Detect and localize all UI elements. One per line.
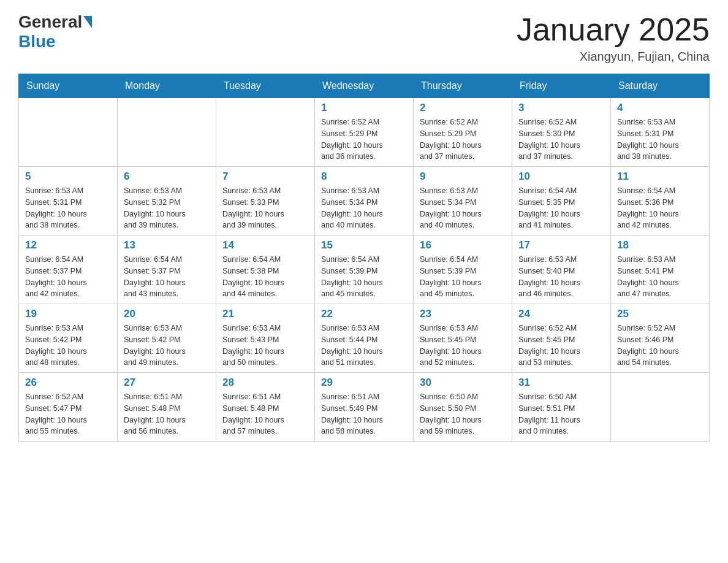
calendar-header-saturday: Saturday xyxy=(611,74,710,98)
calendar-week-1: 1Sunrise: 6:52 AM Sunset: 5:29 PM Daylig… xyxy=(19,98,710,167)
day-info: Sunrise: 6:53 AM Sunset: 5:34 PM Dayligh… xyxy=(321,185,407,231)
calendar-table: SundayMondayTuesdayWednesdayThursdayFrid… xyxy=(18,74,710,442)
day-number: 21 xyxy=(222,308,308,320)
day-number: 4 xyxy=(617,102,703,114)
day-info: Sunrise: 6:54 AM Sunset: 5:37 PM Dayligh… xyxy=(124,254,210,300)
calendar-cell: 16Sunrise: 6:54 AM Sunset: 5:39 PM Dayli… xyxy=(414,236,512,304)
day-info: Sunrise: 6:50 AM Sunset: 5:51 PM Dayligh… xyxy=(518,391,604,437)
day-number: 22 xyxy=(321,308,407,320)
calendar-header-friday: Friday xyxy=(512,74,611,98)
day-number: 24 xyxy=(518,308,604,320)
day-info: Sunrise: 6:52 AM Sunset: 5:45 PM Dayligh… xyxy=(518,323,604,369)
day-number: 11 xyxy=(617,170,703,183)
calendar-cell: 18Sunrise: 6:53 AM Sunset: 5:41 PM Dayli… xyxy=(611,236,710,304)
day-number: 20 xyxy=(124,308,210,320)
calendar-cell: 31Sunrise: 6:50 AM Sunset: 5:51 PM Dayli… xyxy=(512,373,611,442)
title-block: January 2025 Xiangyun, Fujian, China xyxy=(517,12,710,64)
day-info: Sunrise: 6:53 AM Sunset: 5:42 PM Dayligh… xyxy=(25,323,111,369)
day-number: 28 xyxy=(222,377,308,389)
calendar-cell: 10Sunrise: 6:54 AM Sunset: 5:35 PM Dayli… xyxy=(512,167,611,236)
day-info: Sunrise: 6:51 AM Sunset: 5:48 PM Dayligh… xyxy=(222,391,308,437)
calendar-cell: 7Sunrise: 6:53 AM Sunset: 5:33 PM Daylig… xyxy=(216,167,315,236)
day-info: Sunrise: 6:53 AM Sunset: 5:31 PM Dayligh… xyxy=(617,117,703,163)
day-info: Sunrise: 6:52 AM Sunset: 5:47 PM Dayligh… xyxy=(25,391,111,437)
day-info: Sunrise: 6:53 AM Sunset: 5:32 PM Dayligh… xyxy=(124,185,210,231)
calendar-cell: 15Sunrise: 6:54 AM Sunset: 5:39 PM Dayli… xyxy=(315,236,414,304)
day-number: 19 xyxy=(25,308,111,320)
day-number: 17 xyxy=(518,239,604,251)
calendar-cell: 13Sunrise: 6:54 AM Sunset: 5:37 PM Dayli… xyxy=(118,236,216,304)
day-number: 5 xyxy=(25,170,111,183)
day-info: Sunrise: 6:54 AM Sunset: 5:36 PM Dayligh… xyxy=(617,185,703,231)
day-info: Sunrise: 6:51 AM Sunset: 5:48 PM Dayligh… xyxy=(124,391,210,437)
day-info: Sunrise: 6:52 AM Sunset: 5:30 PM Dayligh… xyxy=(518,117,604,163)
location: Xiangyun, Fujian, China xyxy=(517,50,710,64)
calendar-cell: 27Sunrise: 6:51 AM Sunset: 5:48 PM Dayli… xyxy=(118,373,216,442)
day-number: 16 xyxy=(420,239,506,251)
calendar-cell: 3Sunrise: 6:52 AM Sunset: 5:30 PM Daylig… xyxy=(512,98,611,167)
day-info: Sunrise: 6:53 AM Sunset: 5:44 PM Dayligh… xyxy=(321,323,407,369)
calendar-cell: 22Sunrise: 6:53 AM Sunset: 5:44 PM Dayli… xyxy=(315,304,414,373)
day-info: Sunrise: 6:53 AM Sunset: 5:33 PM Dayligh… xyxy=(222,185,308,231)
day-info: Sunrise: 6:52 AM Sunset: 5:29 PM Dayligh… xyxy=(321,117,407,163)
day-info: Sunrise: 6:53 AM Sunset: 5:43 PM Dayligh… xyxy=(222,323,308,369)
day-number: 1 xyxy=(321,102,407,114)
day-number: 29 xyxy=(321,377,407,389)
day-info: Sunrise: 6:53 AM Sunset: 5:40 PM Dayligh… xyxy=(518,254,604,300)
logo-blue-text: Blue xyxy=(18,32,56,52)
calendar-cell: 8Sunrise: 6:53 AM Sunset: 5:34 PM Daylig… xyxy=(315,167,414,236)
day-number: 18 xyxy=(617,239,703,251)
calendar-cell: 19Sunrise: 6:53 AM Sunset: 5:42 PM Dayli… xyxy=(19,304,118,373)
day-info: Sunrise: 6:53 AM Sunset: 5:42 PM Dayligh… xyxy=(124,323,210,369)
logo: General Blue xyxy=(18,12,93,52)
calendar-cell: 5Sunrise: 6:53 AM Sunset: 5:31 PM Daylig… xyxy=(19,167,118,236)
day-number: 3 xyxy=(518,102,604,114)
day-number: 10 xyxy=(518,170,604,183)
day-number: 23 xyxy=(420,308,506,320)
day-number: 7 xyxy=(222,170,308,183)
calendar-header-monday: Monday xyxy=(118,74,216,98)
day-info: Sunrise: 6:54 AM Sunset: 5:39 PM Dayligh… xyxy=(420,254,506,300)
calendar-cell: 21Sunrise: 6:53 AM Sunset: 5:43 PM Dayli… xyxy=(216,304,315,373)
day-number: 2 xyxy=(420,102,506,114)
day-info: Sunrise: 6:54 AM Sunset: 5:37 PM Dayligh… xyxy=(25,254,111,300)
day-number: 15 xyxy=(321,239,407,251)
logo-general-text: General xyxy=(18,12,82,32)
calendar-cell: 29Sunrise: 6:51 AM Sunset: 5:49 PM Dayli… xyxy=(315,373,414,442)
day-info: Sunrise: 6:54 AM Sunset: 5:35 PM Dayligh… xyxy=(518,185,604,231)
calendar-cell: 17Sunrise: 6:53 AM Sunset: 5:40 PM Dayli… xyxy=(512,236,611,304)
calendar-cell: 11Sunrise: 6:54 AM Sunset: 5:36 PM Dayli… xyxy=(611,167,710,236)
day-number: 14 xyxy=(222,239,308,251)
day-number: 6 xyxy=(124,170,210,183)
day-info: Sunrise: 6:52 AM Sunset: 5:29 PM Dayligh… xyxy=(420,117,506,163)
calendar-cell xyxy=(611,373,710,442)
calendar-cell xyxy=(118,98,216,167)
calendar-cell: 6Sunrise: 6:53 AM Sunset: 5:32 PM Daylig… xyxy=(118,167,216,236)
day-number: 9 xyxy=(420,170,506,183)
calendar-cell: 14Sunrise: 6:54 AM Sunset: 5:38 PM Dayli… xyxy=(216,236,315,304)
calendar-header-thursday: Thursday xyxy=(414,74,512,98)
day-info: Sunrise: 6:53 AM Sunset: 5:34 PM Dayligh… xyxy=(420,185,506,231)
calendar-cell: 25Sunrise: 6:52 AM Sunset: 5:46 PM Dayli… xyxy=(611,304,710,373)
day-number: 12 xyxy=(25,239,111,251)
calendar-header-row: SundayMondayTuesdayWednesdayThursdayFrid… xyxy=(19,74,710,98)
day-info: Sunrise: 6:53 AM Sunset: 5:31 PM Dayligh… xyxy=(25,185,111,231)
logo-triangle-icon xyxy=(83,16,92,28)
calendar-header-tuesday: Tuesday xyxy=(216,74,315,98)
day-number: 31 xyxy=(518,377,604,389)
calendar-cell: 28Sunrise: 6:51 AM Sunset: 5:48 PM Dayli… xyxy=(216,373,315,442)
day-info: Sunrise: 6:50 AM Sunset: 5:50 PM Dayligh… xyxy=(420,391,506,437)
calendar-cell: 30Sunrise: 6:50 AM Sunset: 5:50 PM Dayli… xyxy=(414,373,512,442)
calendar-cell xyxy=(19,98,118,167)
page-header: General Blue January 2025 Xiangyun, Fuji… xyxy=(18,12,710,64)
calendar-cell: 4Sunrise: 6:53 AM Sunset: 5:31 PM Daylig… xyxy=(611,98,710,167)
day-info: Sunrise: 6:54 AM Sunset: 5:38 PM Dayligh… xyxy=(222,254,308,300)
day-info: Sunrise: 6:52 AM Sunset: 5:46 PM Dayligh… xyxy=(617,323,703,369)
day-info: Sunrise: 6:54 AM Sunset: 5:39 PM Dayligh… xyxy=(321,254,407,300)
day-number: 25 xyxy=(617,308,703,320)
day-number: 30 xyxy=(420,377,506,389)
day-number: 13 xyxy=(124,239,210,251)
calendar-week-5: 26Sunrise: 6:52 AM Sunset: 5:47 PM Dayli… xyxy=(19,373,710,442)
calendar-week-2: 5Sunrise: 6:53 AM Sunset: 5:31 PM Daylig… xyxy=(19,167,710,236)
calendar-header-wednesday: Wednesday xyxy=(315,74,414,98)
